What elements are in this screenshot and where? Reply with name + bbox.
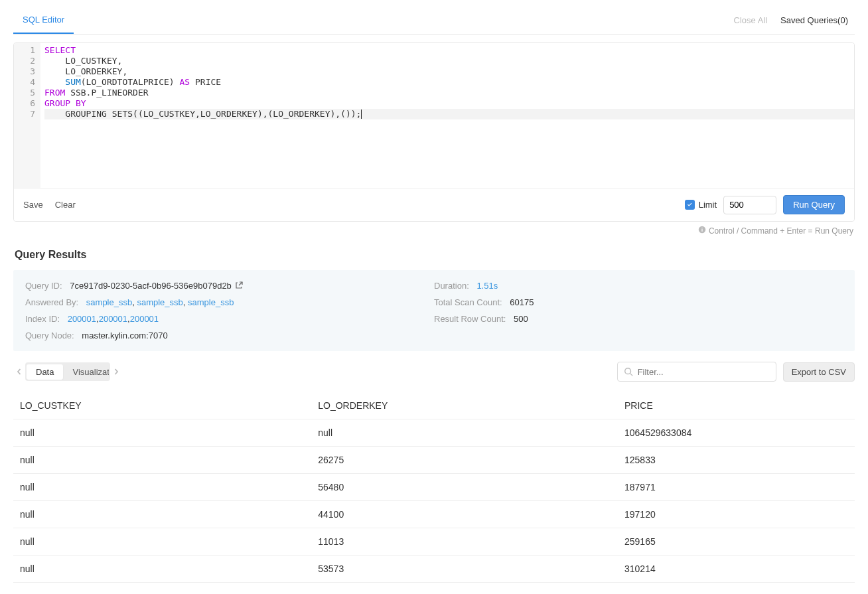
svg-line-4: [630, 374, 632, 376]
cell: null: [20, 536, 318, 547]
editor-card: 1234567 SELECT LO_CUSTKEY, LO_ORDERKEY, …: [13, 42, 855, 222]
cell: null: [20, 482, 318, 492]
cell: 11013: [318, 536, 624, 547]
cell: 26275: [318, 455, 624, 465]
duration-value[interactable]: 1.51s: [476, 281, 498, 291]
cell: null: [20, 563, 318, 574]
tab-visualization[interactable]: Visualization: [63, 364, 109, 380]
save-button[interactable]: Save: [23, 200, 43, 210]
meta-query-node: Query Node: master.kylin.com:7070: [25, 331, 434, 340]
line-gutter: 1234567: [14, 43, 40, 188]
svg-rect-1: [701, 229, 702, 232]
cell: 53573: [318, 563, 624, 574]
index-id-value: 200001,200001,200001: [68, 314, 159, 324]
tab-sql-editor[interactable]: SQL Editor: [13, 7, 74, 34]
cell: 125833: [624, 455, 848, 465]
col-header[interactable]: PRICE: [624, 400, 848, 411]
answered-by-value: sample_ssb, sample_ssb, sample_ssb: [86, 297, 234, 307]
result-toolbar: Data Visualization Export to CSV: [13, 362, 855, 382]
answered-by-link[interactable]: sample_ssb: [86, 297, 132, 307]
col-header[interactable]: LO_CUSTKEY: [20, 400, 318, 411]
cell: 187971: [624, 482, 848, 492]
code-area[interactable]: SELECT LO_CUSTKEY, LO_ORDERKEY, SUM(LO_O…: [40, 43, 854, 188]
table-row: nullnull1064529633084: [13, 419, 855, 447]
cell: null: [20, 427, 318, 438]
table-row: null56480187971: [13, 474, 855, 501]
table-row: null11013259165: [13, 528, 855, 556]
index-id-link[interactable]: 200001: [99, 314, 127, 324]
cell: null: [318, 427, 624, 438]
filter-input[interactable]: [617, 362, 776, 382]
cell: 56480: [318, 482, 624, 492]
cell: 259165: [624, 536, 848, 547]
row-count-label: Result Row Count:: [434, 314, 506, 324]
meta-duration: Duration: 1.51s: [434, 281, 843, 291]
col-header[interactable]: LO_ORDERKEY: [318, 400, 624, 411]
meta-answered-by: Answered By: sample_ssb, sample_ssb, sam…: [25, 297, 434, 307]
keyboard-hint: Control / Command + Enter = Run Query: [13, 226, 853, 236]
export-csv-button[interactable]: Export to CSV: [783, 362, 855, 382]
table-row: null44100197120: [13, 501, 855, 528]
answered-by-link[interactable]: sample_ssb: [137, 297, 182, 307]
saved-queries-link[interactable]: Saved Queries(0): [774, 7, 855, 33]
result-tabs: Data Visualization: [25, 362, 110, 381]
answered-by-label: Answered By:: [25, 297, 78, 307]
info-icon: [698, 226, 706, 236]
svg-point-3: [624, 368, 630, 374]
table-row: null53573310214: [13, 556, 855, 583]
cell: 1064529633084: [624, 427, 848, 438]
cell: 310214: [624, 563, 848, 574]
table-header: LO_CUSTKEY LO_ORDERKEY PRICE: [13, 392, 855, 419]
close-all-link: Close All: [727, 7, 774, 33]
cell: null: [20, 509, 318, 520]
svg-rect-2: [701, 228, 702, 228]
row-count-value: 500: [514, 314, 528, 324]
query-results-title: Query Results: [15, 249, 853, 261]
query-id-label: Query ID:: [25, 281, 62, 291]
index-id-label: Index ID:: [25, 314, 60, 324]
index-id-link[interactable]: 200001: [130, 314, 159, 324]
search-icon: [624, 367, 633, 376]
results-meta: Query ID: 7ce917d9-0230-5acf-0b96-536e9b…: [13, 270, 855, 351]
tab-scroll-right[interactable]: [110, 362, 122, 381]
external-link-icon[interactable]: [235, 281, 243, 289]
answered-by-link[interactable]: sample_ssb: [188, 297, 234, 307]
hint-text: Control / Command + Enter = Run Query: [709, 226, 853, 236]
meta-row-count: Result Row Count: 500: [434, 314, 843, 324]
limit-checkbox[interactable]: [685, 200, 695, 210]
limit-input[interactable]: [723, 196, 776, 214]
limit-label: Limit: [699, 200, 717, 210]
clear-button[interactable]: Clear: [55, 200, 76, 210]
cell: 44100: [318, 509, 624, 520]
table-row: null26275125833: [13, 447, 855, 474]
results-table: LO_CUSTKEY LO_ORDERKEY PRICE nullnull106…: [13, 392, 855, 583]
tab-data[interactable]: Data: [27, 364, 63, 380]
query-id-value: 7ce917d9-0230-5acf-0b96-536e9b079d2b: [70, 281, 232, 291]
meta-scan-count: Total Scan Count: 60175: [434, 297, 843, 307]
cell: 197120: [624, 509, 848, 520]
query-node-label: Query Node:: [25, 331, 74, 340]
meta-index-id: Index ID: 200001,200001,200001: [25, 314, 434, 324]
meta-query-id: Query ID: 7ce917d9-0230-5acf-0b96-536e9b…: [25, 281, 434, 291]
filter-wrap: [617, 362, 776, 382]
scan-count-value: 60175: [510, 297, 534, 307]
duration-label: Duration:: [434, 281, 469, 291]
sql-editor[interactable]: 1234567 SELECT LO_CUSTKEY, LO_ORDERKEY, …: [14, 43, 854, 188]
editor-footer: Save Clear Limit Run Query: [14, 188, 854, 221]
cell: null: [20, 455, 318, 465]
tab-scroll-left[interactable]: [13, 362, 25, 381]
scan-count-label: Total Scan Count:: [434, 297, 502, 307]
index-id-link[interactable]: 200001: [68, 314, 96, 324]
top-tabs: SQL Editor Close All Saved Queries(0): [13, 7, 855, 35]
run-query-button[interactable]: Run Query: [783, 195, 845, 214]
query-node-value: master.kylin.com:7070: [82, 331, 167, 340]
